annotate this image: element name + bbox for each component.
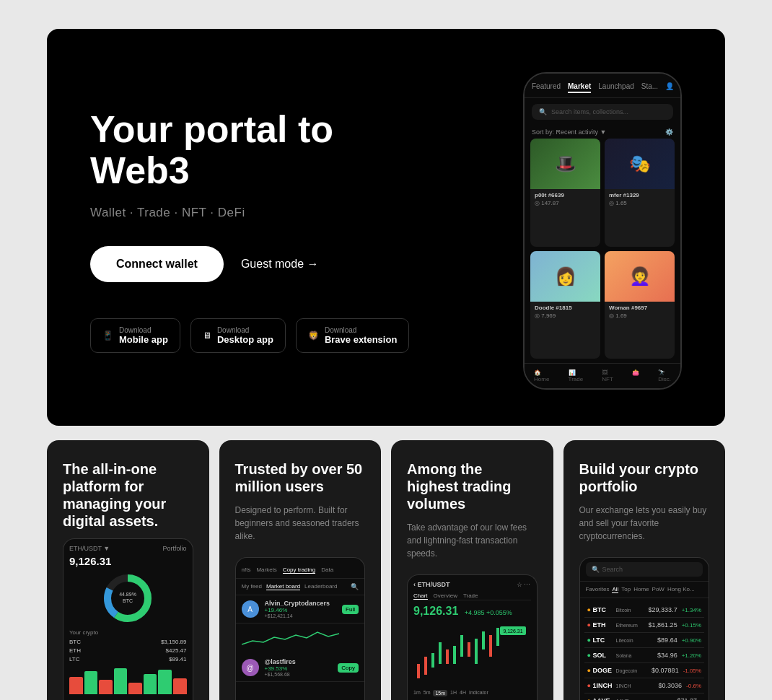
aave-symbol: ● AAVE (587, 697, 616, 700)
1inch-dot: ● (587, 682, 591, 689)
nft-image-4: 👩‍🦱 (605, 251, 675, 302)
svg-rect-14 (482, 631, 485, 649)
feature-phone-4: 🔍 Search Favorites All Top Home PoW Hong… (579, 557, 710, 700)
eth-dot: ● (587, 621, 591, 629)
download-label-small-2: Download (217, 326, 249, 334)
nft-image-1: 🎩 (530, 139, 600, 189)
nft-image-3: 👩 (530, 251, 600, 302)
mini-ltc-label: LTC (69, 656, 80, 662)
feature-desc-2: Designed to perform. Built for beginners… (235, 504, 366, 543)
ltc-symbol: ● LTC (587, 636, 616, 644)
feature-card-all-in-one: The all-in-one platform for managing you… (47, 440, 209, 700)
aave-dot: ● (587, 697, 591, 700)
btc-dot: ● (587, 606, 591, 613)
phone-sort-bar: Sort by: Recent activity ▼ ⚙️ (525, 126, 680, 139)
brave-icon: 🦁 (308, 331, 319, 341)
sparkline-container (236, 624, 365, 654)
interval-1h: 1H (450, 690, 457, 696)
download-mobile-button[interactable]: 📱 Download Mobile app (90, 318, 180, 353)
mini-ltc-val: $89.41 (169, 656, 186, 662)
chart-icons: ☆ ⋯ (517, 581, 531, 588)
mini-eth-val: $425.47 (166, 647, 187, 654)
nft-card-3: 👩 Doodle #1815 ◎ 7,969 (530, 251, 600, 359)
page-container: Your portal to Web3 Wallet · Trade · NFT… (0, 0, 772, 700)
phone-mockup: Featured Market Launchpad Sta... 👤 🔍 Sea… (523, 72, 682, 390)
eth-usdt-label: ‹ ETH/USDT (413, 581, 450, 588)
mini-eth-row: ETH $425.47 (69, 647, 187, 654)
bar-5 (128, 683, 142, 694)
mini-ltc-row: LTC $89.41 (69, 656, 187, 662)
copy-button-2[interactable]: Copy (338, 663, 359, 673)
svg-rect-6 (424, 657, 427, 675)
crypto-row-ltc: ● LTC Litecoin $89.64 +0.90% (584, 633, 705, 648)
bar-7 (158, 670, 172, 694)
eth-price: $1,861.25 (649, 621, 677, 629)
feature-desc-4: Our exchange lets you easily buy and sel… (579, 504, 710, 543)
crypto-row-aave: ● AAVE AAVE $71.27 (584, 694, 705, 700)
nft-price-3: ◎ 7,969 (535, 312, 596, 319)
svg-rect-5 (417, 664, 420, 678)
crypto-mini-list: BTC $3,150.89 ETH $425.47 LTC $89.41 (69, 639, 187, 662)
feature-title-1: The all-in-one platform for managing you… (63, 460, 193, 530)
sort-label: Sort by: Recent activity ▼ (532, 128, 606, 136)
nft-info-3: Doodle #1815 ◎ 7,969 (530, 302, 600, 322)
nft-name-4: Woman #9697 (609, 305, 670, 311)
subtab-market-board: Market board (266, 583, 300, 590)
search-icon-2: 🔍 (351, 583, 359, 590)
doge-change: -1.05% (683, 668, 701, 674)
bottom-home: 🏠Home (534, 369, 549, 382)
download-desktop-button[interactable]: 🖥 Download Desktop app (190, 318, 286, 353)
nav-featured: Featured (532, 82, 561, 93)
connect-wallet-button[interactable]: Connect wallet (90, 246, 224, 282)
portfolio-tabs: Favorites All Top Home PoW Hong Ko... (580, 582, 709, 598)
time-intervals: 1m 5m 15m 1H 4H Indicator (413, 690, 531, 696)
nft-price-4: ◎ 1.69 (609, 312, 670, 319)
btc-symbol: ● BTC (587, 606, 616, 613)
search-placeholder-text: Search items, collections... (551, 108, 628, 115)
your-crypto-label: Your crypto (69, 629, 187, 636)
eth-symbol: ● ETH (587, 621, 616, 629)
phone-nav: Featured Market Launchpad Sta... 👤 (525, 74, 680, 98)
bar-3 (99, 680, 113, 694)
interval-5m: 5m (424, 690, 431, 696)
feature-title-3: Among the highest trading volumes (407, 460, 538, 512)
trade-tabs: Chart Overview Trade (413, 592, 531, 600)
tab-nfts: nfts (242, 566, 251, 574)
nft-name-2: mfer #1329 (609, 192, 670, 198)
mini-btc-val: $3,150.89 (161, 639, 187, 645)
mobile-app-label: Mobile app (119, 334, 168, 345)
ptab-hong: Hong Ko... (667, 586, 695, 593)
bottom-trade: 📊Trade (569, 369, 584, 382)
ltc-change: +0.90% (682, 637, 701, 644)
portfolio-search-text: Search (602, 566, 623, 573)
sol-name: Solana (616, 653, 658, 658)
phone-screen: Featured Market Launchpad Sta... 👤 🔍 Sea… (525, 74, 680, 388)
ptab-all: All (612, 586, 618, 593)
ltc-dot: ● (587, 636, 591, 644)
interval-15m: 15m (433, 690, 447, 696)
svg-rect-9 (446, 649, 449, 664)
sparkline-chart (242, 626, 359, 648)
nav-sta: Sta... (641, 82, 658, 93)
desktop-app-label: Desktop app (217, 334, 273, 345)
aave-price: $71.27 (677, 697, 697, 700)
doge-symbol: ● DOGE (587, 667, 616, 674)
hero-buttons: Connect wallet Guest mode → (90, 246, 415, 282)
download-brave-button[interactable]: 🦁 Download Brave extension (296, 318, 409, 353)
trader-info-1: Alvin_Cryptodancers +19.46% +$12,421.14 (265, 600, 337, 618)
guest-mode-button[interactable]: Guest mode → (241, 258, 319, 271)
1inch-name: 1INCH (616, 683, 659, 688)
portfolio-search-icon: 🔍 (592, 566, 600, 573)
sol-change: +1.20% (682, 652, 701, 659)
trader-avatar-1: A (242, 600, 259, 618)
subtab-leaderboard: Leaderboard (304, 583, 337, 590)
doge-price: $0.07881 (652, 667, 679, 674)
svg-rect-12 (468, 642, 470, 657)
bottom-nft: 🖼NFT (602, 369, 613, 382)
svg-rect-15 (489, 635, 492, 657)
hero-left: Your portal to Web3 Wallet · Trade · NFT… (90, 109, 415, 353)
trader-gain-2: +39.53% (265, 665, 333, 672)
1inch-price: $0.3036 (659, 682, 683, 689)
1inch-symbol: ● 1INCH (587, 682, 616, 689)
doge-dot: ● (587, 667, 591, 674)
